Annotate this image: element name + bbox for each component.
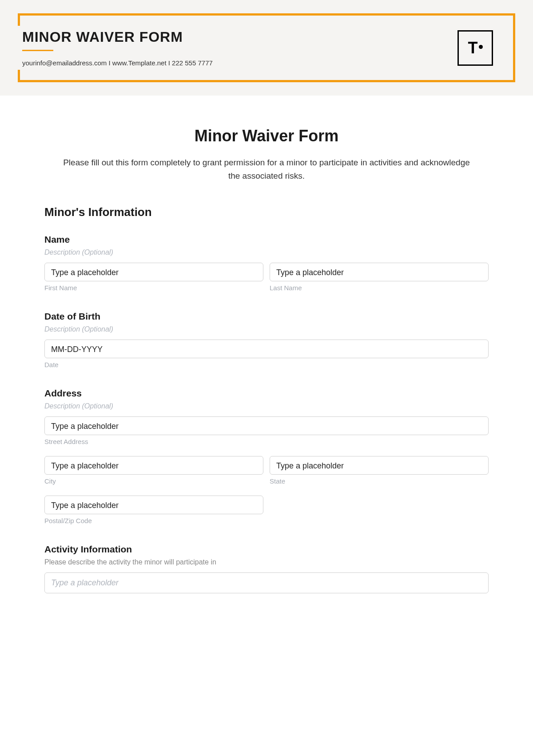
dob-label: Date of Birth: [44, 311, 489, 322]
first-name-sublabel: First Name: [44, 284, 263, 292]
header-title: MINOR WAIVER FORM: [22, 29, 457, 45]
logo: T: [457, 30, 493, 66]
name-description: Description (Optional): [44, 248, 489, 256]
activity-description: Please describe the activity the minor w…: [44, 558, 489, 566]
activity-heading: Activity Information: [44, 544, 489, 555]
frame-accent-top-left: [18, 13, 20, 26]
header-website: www.Template.net: [112, 59, 167, 67]
activity-textarea[interactable]: Type a placeholder: [44, 572, 489, 593]
field-group-activity: Activity Information Please describe the…: [44, 544, 489, 593]
street-address-sublabel: Street Address: [44, 438, 489, 445]
header-underline: [22, 50, 53, 51]
header-frame: MINOR WAIVER FORM yourinfo@emailaddress.…: [18, 13, 515, 82]
field-group-dob: Date of Birth Description (Optional) MM-…: [44, 311, 489, 368]
header-contact-info: yourinfo@emailaddress.com I www.Template…: [22, 59, 457, 67]
header-email: yourinfo@emailaddress.com: [22, 59, 107, 67]
form-description: Please fill out this form completely to …: [44, 156, 489, 183]
postal-code-sublabel: Postal/Zip Code: [44, 517, 263, 524]
field-group-name: Name Description (Optional) Type a place…: [44, 234, 489, 292]
last-name-sublabel: Last Name: [270, 284, 489, 292]
separator: I: [167, 59, 172, 67]
first-name-input[interactable]: Type a placeholder: [44, 263, 263, 281]
state-input[interactable]: Type a placeholder: [270, 456, 489, 475]
street-address-input[interactable]: Type a placeholder: [44, 416, 489, 435]
logo-dot-icon: [479, 45, 483, 49]
city-sublabel: City: [44, 477, 263, 485]
dob-input[interactable]: MM-DD-YYYY: [44, 340, 489, 358]
dob-description: Description (Optional): [44, 325, 489, 333]
address-description: Description (Optional): [44, 402, 489, 410]
name-label: Name: [44, 234, 489, 245]
frame-accent-right: [513, 13, 515, 82]
city-input[interactable]: Type a placeholder: [44, 456, 263, 475]
form-title: Minor Waiver Form: [44, 127, 489, 145]
logo-letter: T: [468, 39, 478, 57]
separator: I: [107, 59, 112, 67]
state-sublabel: State: [270, 477, 489, 485]
header-text-block: MINOR WAIVER FORM yourinfo@emailaddress.…: [22, 29, 457, 67]
header-content: MINOR WAIVER FORM yourinfo@emailaddress.…: [22, 20, 511, 76]
last-name-input[interactable]: Type a placeholder: [270, 263, 489, 281]
frame-accent-bottom-left: [18, 70, 20, 82]
header-section: MINOR WAIVER FORM yourinfo@emailaddress.…: [0, 0, 533, 96]
postal-code-input[interactable]: Type a placeholder: [44, 496, 263, 514]
header-phone: 222 555 7777: [172, 59, 213, 67]
address-label: Address: [44, 388, 489, 399]
dob-sublabel: Date: [44, 361, 489, 368]
main-content: Minor Waiver Form Please fill out this f…: [0, 96, 533, 631]
field-group-address: Address Description (Optional) Type a pl…: [44, 388, 489, 524]
section-heading-minors-info: Minor's Information: [44, 205, 489, 219]
